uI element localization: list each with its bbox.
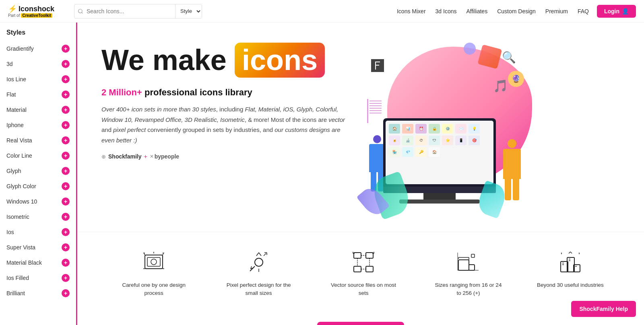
logo-text: Iconshock	[19, 5, 54, 13]
cta-section: Become Premium (2 million icons)	[77, 314, 644, 325]
svg-point-3	[151, 259, 157, 265]
svg-rect-18	[354, 253, 361, 258]
sidebar-item-material-black[interactable]: Material Black +	[0, 255, 76, 270]
plus-icon: +	[62, 274, 70, 282]
nav-affiliates[interactable]: Affiliates	[466, 8, 487, 14]
feature-industries: Beyond 30 useful industries	[537, 248, 604, 289]
sidebar-item-isometric[interactable]: Isometric +	[0, 209, 76, 224]
main-content: We make icons 2 Million+ professional ic…	[77, 23, 644, 325]
feature-text-industries: Beyond 30 useful industries	[537, 281, 604, 289]
login-button[interactable]: Login 👤	[597, 5, 636, 18]
shockfamily-help-button[interactable]: ShockFamily Help	[571, 301, 636, 317]
sidebar-item-material[interactable]: Material +	[0, 102, 76, 117]
svg-rect-21	[366, 266, 373, 272]
svg-line-14	[264, 253, 266, 256]
svg-rect-30	[458, 260, 469, 270]
nav-links: Icons Mixer 3d Icons Affiliates Custom D…	[397, 8, 589, 14]
sidebar-item-glyph[interactable]: Glyph +	[0, 163, 76, 179]
plus-icon: +	[62, 213, 70, 221]
user-icon: 👤	[622, 8, 629, 14]
hero-subtitle: 2 Million+ professional icons library	[101, 87, 351, 98]
svg-line-12	[256, 253, 259, 256]
sidebar-item-ios[interactable]: Ios +	[0, 224, 76, 240]
header: ⚡ Iconshock Part of CreativeToolkit Styl…	[0, 0, 644, 23]
deco-shape-3: 🔍	[502, 51, 516, 64]
svg-rect-32	[471, 254, 475, 257]
svg-point-11	[255, 258, 263, 266]
feature-text-sizes: Sizes ranging from 16 or 24 to 256 (+)	[432, 281, 504, 298]
plus-icon: +	[62, 106, 70, 114]
features-section: Careful one by one design process	[77, 232, 644, 314]
deco-lines	[367, 99, 377, 123]
sidebar-item-brilliant[interactable]: Brilliant +	[0, 286, 76, 301]
plus-icon: +	[62, 136, 70, 144]
search-icon	[74, 8, 87, 14]
svg-line-13	[259, 253, 261, 256]
vector-source-icon	[349, 248, 378, 276]
hero-brand: ⊕ Shockfamily + ✕ bypeople	[101, 153, 351, 160]
sidebar-item-color-line[interactable]: Color Line +	[0, 148, 76, 163]
svg-point-0	[78, 9, 82, 12]
plus-icon: +	[62, 60, 70, 68]
pixel-perfect-icon	[245, 248, 273, 276]
plus-icon: +	[62, 259, 70, 267]
feature-text-careful: Careful one by one design process	[118, 281, 190, 298]
deco-music: 🎵	[493, 79, 508, 93]
svg-rect-31	[469, 265, 475, 270]
svg-line-7	[163, 253, 163, 255]
nav-premium[interactable]: Premium	[545, 8, 568, 14]
deco-shape-2	[464, 43, 476, 55]
design-process-icon	[140, 248, 168, 276]
sidebar-item-iphone[interactable]: Iphone +	[0, 117, 76, 133]
nav-custom-design[interactable]: Custom Design	[497, 8, 536, 14]
layout: Styles Gradientify + 3d + Ios Line + Fla…	[0, 23, 644, 325]
feature-text-vector: Vector source files on most sets	[327, 281, 400, 298]
svg-rect-20	[354, 266, 361, 272]
svg-line-6	[144, 253, 145, 255]
sidebar-item-gradientify[interactable]: Gradientify +	[0, 41, 76, 56]
hero-illustration: 🔍 🔮 🅵 🎵	[363, 39, 532, 216]
hero-title-highlight: icons	[235, 43, 325, 78]
plus-icon: +	[62, 167, 70, 175]
plus-icon: +	[62, 182, 70, 190]
sidebar-title: Styles	[0, 29, 76, 41]
deco-letter-f: 🅵	[371, 59, 384, 74]
feature-text-pixel: Pixel perfect design for the small sizes	[223, 281, 295, 298]
sidebar-item-3d[interactable]: 3d +	[0, 56, 76, 72]
industries-icon	[556, 248, 584, 276]
plus-icon: +	[62, 91, 70, 99]
sidebar-item-ios-filled[interactable]: Ios Filled +	[0, 270, 76, 286]
plus-icon: +	[62, 45, 70, 53]
feature-vector-source: Vector source files on most sets	[327, 248, 400, 298]
creative-toolkit-badge: CreativeToolkit	[21, 13, 52, 18]
sidebar-item-glyph-color[interactable]: Glyph Color +	[0, 179, 76, 194]
sidebar-item-super-vista[interactable]: Super Vista +	[0, 240, 76, 255]
nav-faq[interactable]: FAQ	[578, 8, 589, 14]
become-premium-button[interactable]: Become Premium (2 million icons)	[317, 322, 404, 325]
plus-icon: +	[62, 121, 70, 129]
sidebar-item-real-vista[interactable]: Real Vista +	[0, 133, 76, 148]
svg-rect-19	[366, 253, 373, 258]
sidebar: Styles Gradientify + 3d + Ios Line + Fla…	[0, 23, 77, 325]
plus-icon: +	[62, 243, 70, 251]
sidebar-item-flat[interactable]: Flat +	[0, 87, 76, 102]
svg-line-49	[569, 252, 570, 253]
sidebar-item-windows-10[interactable]: Windows 10 +	[0, 194, 76, 209]
logo-subtitle: Part of CreativeToolkit	[8, 13, 64, 18]
plus-icon: +	[62, 75, 70, 83]
plus-icon: +	[62, 289, 70, 297]
hero-title: We make icons	[101, 43, 351, 78]
nav-3d-icons[interactable]: 3d Icons	[436, 8, 457, 14]
logo-name[interactable]: ⚡ Iconshock	[8, 4, 64, 13]
hero-text: We make icons 2 Million+ professional ic…	[101, 39, 351, 160]
feature-careful-design: Careful one by one design process	[118, 248, 190, 298]
svg-line-48	[570, 252, 572, 253]
style-select[interactable]: Style Flat 3D iOS	[175, 4, 202, 18]
nav-icons-mixer[interactable]: Icons Mixer	[397, 8, 426, 14]
search-input[interactable]	[87, 8, 175, 14]
hero-section: We make icons 2 Million+ professional ic…	[77, 23, 644, 232]
feature-pixel-perfect: Pixel perfect design for the small sizes	[223, 248, 295, 298]
plus-icon: +	[62, 197, 70, 206]
sidebar-item-ios-line[interactable]: Ios Line +	[0, 72, 76, 87]
logo-bolt-icon: ⚡	[8, 4, 17, 13]
